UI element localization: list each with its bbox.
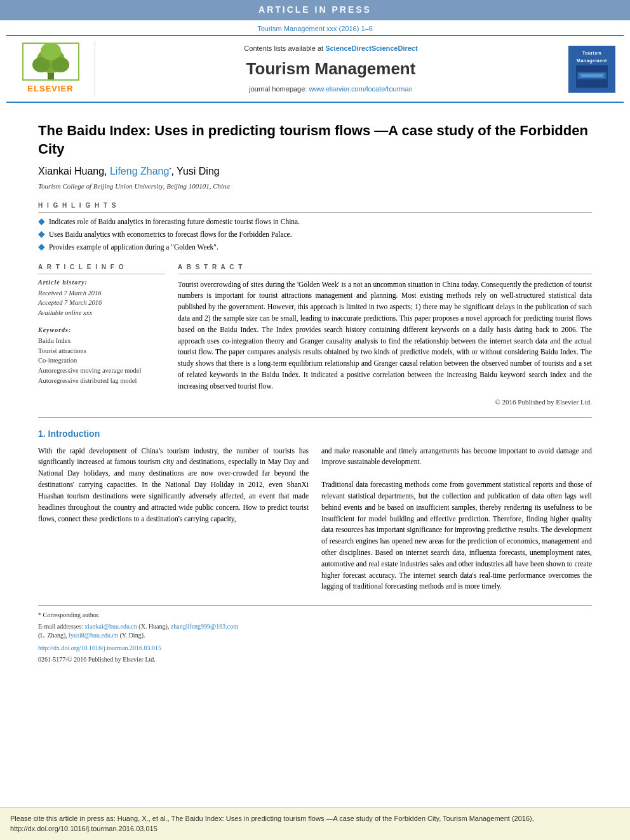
intro-col1: With the rapid development of China's to… xyxy=(38,446,309,593)
intro-text-cols: With the rapid development of China's to… xyxy=(38,446,592,593)
author-yusi: , Yusi Ding xyxy=(171,166,220,177)
elsevier-label: ELSEVIER xyxy=(27,83,73,95)
journal-logo-right: Tourism Management xyxy=(566,41,617,97)
email1-link[interactable]: xiankai@buu.edu.cn xyxy=(84,623,137,630)
authors-line: Xiankai Huang, Lifeng Zhang*, Yusi Ding xyxy=(38,164,592,178)
affiliation: Tourism College of Beijing Union Univers… xyxy=(38,182,592,191)
svg-rect-9 xyxy=(581,74,603,77)
article-info-col: A R T I C L E I N F O Article history: R… xyxy=(38,263,165,408)
keywords-label: Keywords: xyxy=(38,326,165,335)
received-date: Received 7 March 2016 xyxy=(38,288,165,298)
doi-link[interactable]: http://dx.doi.org/10.1016/j.tourman.2016… xyxy=(38,644,161,651)
highlight-item-2: ◆ Uses Baidu analytics with econometrics… xyxy=(38,229,592,240)
keyword-5: Autoregressive distributed lag model xyxy=(38,376,165,386)
intro-col2-para2: Traditional data forecasting methods com… xyxy=(321,481,592,590)
intro-col2: and make reasonable and timely arrangeme… xyxy=(321,446,592,593)
highlights-label: H I G H L I G H T S xyxy=(38,201,592,213)
introduction-section: 1. Introduction With the rapid developme… xyxy=(38,428,592,592)
email2-link[interactable]: zhanglifeng999@163.com xyxy=(171,623,238,630)
intro-col2-text: and make reasonable and timely arrangeme… xyxy=(321,447,592,466)
issn-line: 0261-5177/© 2016 Published by Elsevier L… xyxy=(38,656,156,663)
highlight-text-2: Uses Baidu analytics with econometrics t… xyxy=(49,229,292,240)
sciencedirect-line: Contents lists available at ScienceDirec… xyxy=(102,44,560,53)
email2-parens: (L. Zhang), xyxy=(38,632,69,639)
footnote-section: * Corresponding author. E-mail addresses… xyxy=(38,605,592,664)
section-divider xyxy=(38,417,592,418)
abstract-label: A B S T R A C T xyxy=(178,263,592,274)
abstract-text: Tourist overcrowding of sites during the… xyxy=(178,279,592,392)
banner-text: ARTICLE IN PRESS xyxy=(258,4,372,15)
highlight-item-1: ◆ Indicates role of Baidu analytics in f… xyxy=(38,217,592,227)
article-title: The Baidu Index: Uses in predicting tour… xyxy=(38,122,592,158)
journal-ref-line: Tourism Management xxx (2016) 1–6 xyxy=(0,20,630,35)
author-xiankai: Xiankai Huang, xyxy=(38,166,110,177)
abstract-col: A B S T R A C T Tourist overcrowding of … xyxy=(178,263,592,408)
journal-main-title: Tourism Management xyxy=(102,57,560,80)
available-date: Available online xxx xyxy=(38,308,165,318)
sciencedirect-link2[interactable]: ScienceDirect xyxy=(372,44,418,52)
homepage-label: journal homepage: xyxy=(249,85,307,93)
copyright-line: © 2016 Published by Elsevier Ltd. xyxy=(178,397,592,407)
article-in-press-banner: ARTICLE IN PRESS xyxy=(0,0,630,20)
highlight-text-1: Indicates role of Baidu analytics in for… xyxy=(49,217,300,227)
highlight-text-3: Provides example of application during a… xyxy=(49,242,218,253)
homepage-link[interactable]: www.elsevier.com/locate/tourman xyxy=(309,85,412,93)
corresponding-label: * Corresponding author. xyxy=(38,611,100,618)
keyword-3: Co-integration xyxy=(38,356,165,366)
author-lifeng[interactable]: Lifeng Zhang xyxy=(110,166,169,177)
history-label: Article history: xyxy=(38,278,165,287)
email3-link[interactable]: lyusi8@buu.edu.cn xyxy=(69,632,118,639)
elsevier-tree-icon xyxy=(22,43,79,81)
email-line: E-mail addresses: xiankai@buu.edu.cn (X.… xyxy=(38,622,592,640)
accepted-date: Accepted 7 March 2016 xyxy=(38,298,165,308)
journal-ref-text: Tourism Management xxx (2016) 1–6 xyxy=(257,25,373,32)
citation-text: Please cite this article in press as: Hu… xyxy=(10,815,534,832)
sciencedirect-link[interactable]: ScienceDirect xyxy=(325,44,372,52)
keyword-1: Baidu Index xyxy=(38,336,165,346)
email-label: E-mail addresses: xyxy=(38,623,83,630)
corresponding-author-line: * Corresponding author. xyxy=(38,611,592,620)
elsevier-logo-left: ELSEVIER xyxy=(13,41,95,97)
journal-header: ELSEVIER Contents lists available at Sci… xyxy=(6,35,624,103)
tourism-mgmt-logo-thumbnail: Tourism Management xyxy=(568,46,615,93)
page: ARTICLE IN PRESS Tourism Management xxx … xyxy=(0,0,630,840)
article-history: Article history: Received 7 March 2016 A… xyxy=(38,278,165,318)
highlight-item-3: ◆ Provides example of application during… xyxy=(38,242,592,253)
keyword-2: Tourist attractions xyxy=(38,346,165,356)
highlight-bullet-1: ◆ xyxy=(38,217,45,227)
keywords-section: Keywords: Baidu Index Tourist attraction… xyxy=(38,326,165,386)
article-body: The Baidu Index: Uses in predicting tour… xyxy=(0,103,630,670)
citation-bar: Please cite this article in press as: Hu… xyxy=(0,807,630,840)
keyword-4: Autoregressive moving average model xyxy=(38,366,165,376)
journal-homepage-line: journal homepage: www.elsevier.com/locat… xyxy=(102,84,560,94)
intro-title: 1. Introduction xyxy=(38,428,592,441)
svg-point-4 xyxy=(41,43,61,60)
highlight-bullet-2: ◆ xyxy=(38,229,45,240)
highlights-section: H I G H L I G H T S ◆ Indicates role of … xyxy=(38,201,592,252)
article-info-abstract-cols: A R T I C L E I N F O Article history: R… xyxy=(38,263,592,408)
article-info-label: A R T I C L E I N F O xyxy=(38,263,165,274)
email3-name: (Y. Ding). xyxy=(119,632,145,639)
journal-center: Contents lists available at ScienceDirec… xyxy=(102,41,560,97)
email1-name: (X. Huang), xyxy=(138,623,169,630)
contents-label: Contents lists available at xyxy=(244,44,323,52)
highlight-bullet-3: ◆ xyxy=(38,242,45,253)
